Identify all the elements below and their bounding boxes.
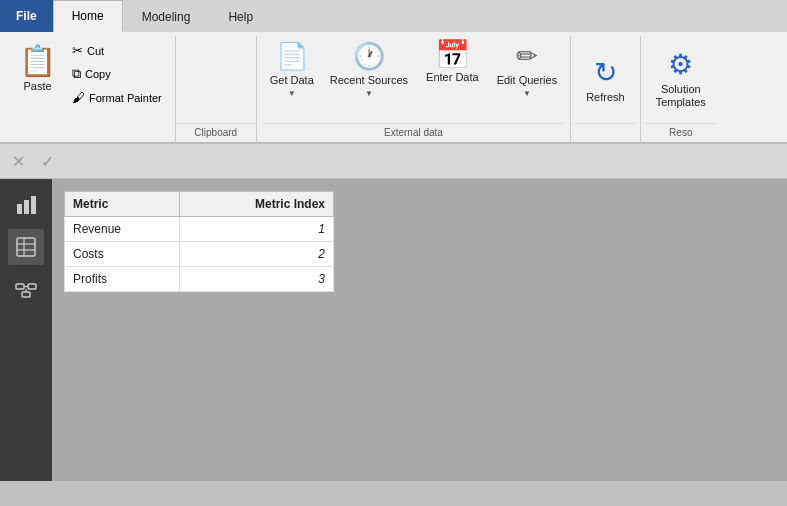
enter-data-label: Enter Data [426, 71, 479, 84]
column-metric-index: Metric Index [180, 192, 334, 217]
edit-queries-button[interactable]: ✏ Edit Queries ▼ [490, 36, 565, 103]
formula-cross-icon[interactable]: ✕ [8, 150, 29, 173]
formula-bar: ✕ ✓ [0, 143, 787, 179]
recent-sources-label: Recent Sources [330, 74, 408, 87]
cut-icon: ✂ [72, 43, 83, 58]
content-area: Metric Metric Index Revenue1Costs2Profit… [52, 179, 787, 481]
ribbon-content: 📋 Paste ✂ Cut ⧉ Copy 🖌 Format Painter [0, 32, 787, 142]
cell-metric-index: 3 [180, 267, 334, 292]
refresh-icon: ↻ [594, 56, 617, 89]
svg-rect-9 [22, 292, 30, 297]
svg-rect-8 [28, 284, 36, 289]
table-row: Profits3 [65, 267, 334, 292]
cell-metric: Revenue [65, 217, 180, 242]
get-data-icon: 📄 [276, 41, 308, 72]
formula-check-icon[interactable]: ✓ [37, 150, 58, 173]
format-painter-button[interactable]: 🖌 Format Painter [67, 87, 167, 108]
paste-label: Paste [23, 80, 51, 92]
enter-data-button[interactable]: 📅 Enter Data [417, 36, 488, 89]
tab-bar: File Home Modeling Help [0, 0, 787, 32]
table-row: Revenue1 [65, 217, 334, 242]
tab-help[interactable]: Help [209, 0, 272, 32]
data-table: Metric Metric Index Revenue1Costs2Profit… [64, 191, 334, 292]
recent-sources-button[interactable]: 🕐 Recent Sources ▼ [323, 36, 415, 103]
reso-label: Reso [645, 123, 717, 142]
sidebar-model-icon[interactable] [8, 271, 44, 307]
format-painter-icon: 🖌 [72, 90, 85, 105]
refresh-button[interactable]: ↻ Refresh [575, 36, 636, 123]
solution-templates-button[interactable]: ⚙ SolutionTemplates [645, 36, 717, 121]
edit-queries-label: Edit Queries [497, 74, 558, 87]
get-data-label: Get Data [270, 74, 314, 87]
sidebar-table-icon[interactable] [8, 229, 44, 265]
copy-button[interactable]: ⧉ Copy [67, 63, 167, 85]
svg-rect-3 [17, 238, 35, 256]
sidebar-chart-icon[interactable] [8, 187, 44, 223]
recent-sources-arrow: ▼ [365, 89, 373, 98]
edit-queries-arrow: ▼ [523, 89, 531, 98]
main-area: Metric Metric Index Revenue1Costs2Profit… [0, 179, 787, 481]
get-data-button[interactable]: 📄 Get Data ▼ [263, 36, 321, 103]
copy-label: Copy [85, 68, 111, 80]
small-clipboard-buttons: ✂ Cut ⧉ Copy 🖌 Format Painter [65, 36, 169, 112]
column-metric: Metric [65, 192, 180, 217]
svg-rect-1 [24, 200, 29, 214]
recent-sources-icon: 🕐 [353, 41, 385, 72]
copy-icon: ⧉ [72, 66, 81, 82]
table-row: Costs2 [65, 242, 334, 267]
svg-rect-0 [17, 204, 22, 214]
tab-modeling[interactable]: Modeling [123, 0, 210, 32]
enter-data-icon: 📅 [435, 41, 470, 69]
cell-metric-index: 1 [180, 217, 334, 242]
clipboard-group: 📋 Paste ✂ Cut ⧉ Copy 🖌 Format Painter [4, 36, 176, 142]
cut-label: Cut [87, 45, 104, 57]
sidebar [0, 179, 52, 481]
cut-button[interactable]: ✂ Cut [67, 40, 167, 61]
cell-metric: Costs [65, 242, 180, 267]
get-data-arrow: ▼ [288, 89, 296, 98]
svg-rect-2 [31, 196, 36, 214]
external-data-items: 📄 Get Data ▼ 🕐 Recent Sources ▼ 📅 Enter … [263, 36, 564, 121]
edit-queries-icon: ✏ [516, 41, 538, 72]
external-data-group: 📄 Get Data ▼ 🕐 Recent Sources ▼ 📅 Enter … [257, 36, 571, 142]
cell-metric: Profits [65, 267, 180, 292]
format-painter-label: Format Painter [89, 92, 162, 104]
solution-templates-label: SolutionTemplates [656, 83, 706, 109]
paste-icon: 📋 [19, 43, 56, 78]
refresh-label: Refresh [586, 91, 625, 103]
tab-file[interactable]: File [0, 0, 53, 32]
solution-templates-icon: ⚙ [668, 48, 693, 81]
paste-button[interactable]: 📋 Paste [10, 36, 65, 99]
tab-home[interactable]: Home [53, 0, 123, 32]
svg-rect-7 [16, 284, 24, 289]
cell-metric-index: 2 [180, 242, 334, 267]
ribbon: File Home Modeling Help 📋 Paste ✂ Cut ⧉ … [0, 0, 787, 143]
external-data-group-label: External data [263, 123, 564, 142]
clipboard-group-label: Clipboard [176, 123, 256, 142]
